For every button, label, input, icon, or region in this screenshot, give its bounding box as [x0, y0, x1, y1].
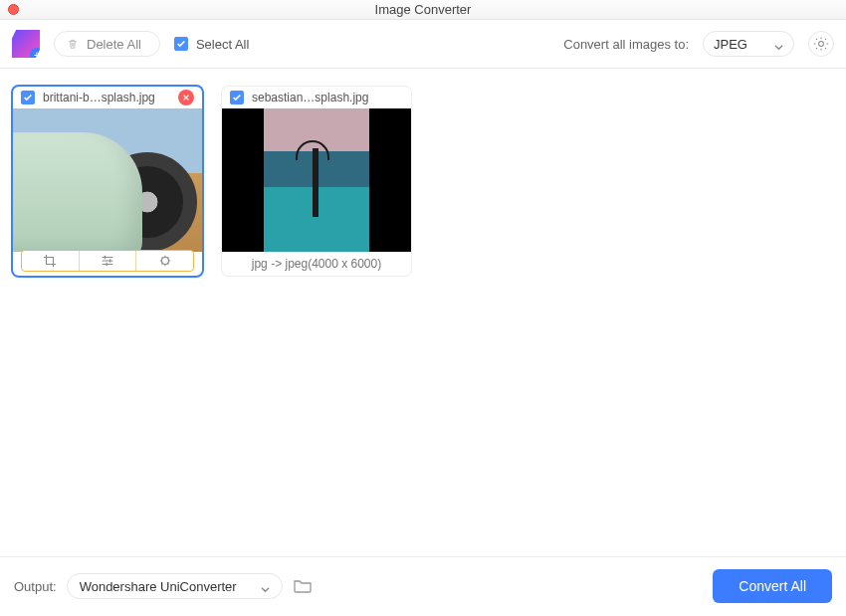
trash-icon	[67, 38, 79, 51]
image-card[interactable]: sebastian…splash.jpg jpg -> jpeg(4000 x …	[222, 87, 411, 276]
effects-button[interactable]	[135, 251, 193, 271]
card-filename: brittani-b…splash.jpg	[43, 91, 170, 104]
adjust-button[interactable]	[79, 251, 136, 271]
output-format-select[interactable]: JPEG	[703, 31, 794, 57]
remove-card-button[interactable]	[178, 90, 194, 105]
chevron-down-icon	[774, 40, 783, 49]
open-folder-button[interactable]	[293, 578, 313, 594]
crop-button[interactable]	[22, 251, 79, 271]
output-label: Output:	[14, 579, 57, 594]
settings-button[interactable]	[808, 31, 834, 57]
chevron-down-icon	[261, 582, 270, 591]
titlebar: Image Converter	[0, 0, 846, 20]
card-meta: jpg -> jpeg(4000 x 6000)	[252, 257, 381, 271]
add-files-icon[interactable]	[12, 30, 40, 58]
convert-to-label: Convert all images to:	[563, 37, 689, 52]
window-controls	[8, 4, 19, 15]
delete-all-button[interactable]: Delete All	[54, 31, 160, 57]
image-grid: brittani-b…splash.jpg sebastian…splash.j…	[0, 69, 846, 556]
card-filename: sebastian…splash.jpg	[252, 91, 403, 104]
output-format-value: JPEG	[714, 37, 747, 52]
card-checkbox[interactable]	[21, 91, 35, 104]
checkbox-checked-icon	[174, 37, 188, 51]
card-toolset	[21, 250, 194, 272]
card-header: brittani-b…splash.jpg	[13, 87, 202, 108]
output-path-value: Wondershare UniConverter	[80, 579, 237, 594]
select-all-checkbox[interactable]: Select All	[174, 37, 249, 52]
select-all-label: Select All	[196, 37, 249, 52]
svg-point-0	[819, 42, 824, 47]
card-thumbnail	[13, 108, 202, 252]
card-footer: jpg -> jpeg(4000 x 6000)	[222, 252, 411, 276]
window-title: Image Converter	[375, 2, 472, 17]
delete-all-label: Delete All	[87, 37, 141, 52]
bottombar: Output: Wondershare UniConverter Convert…	[0, 556, 846, 615]
close-window-button[interactable]	[8, 4, 19, 15]
card-checkbox[interactable]	[230, 91, 244, 104]
image-card[interactable]: brittani-b…splash.jpg	[13, 87, 202, 276]
convert-all-button[interactable]: Convert All	[713, 569, 832, 603]
card-header: sebastian…splash.jpg	[222, 87, 411, 108]
toolbar: Delete All Select All Convert all images…	[0, 20, 846, 69]
card-thumbnail	[222, 108, 411, 252]
output-path-select[interactable]: Wondershare UniConverter	[67, 573, 283, 599]
